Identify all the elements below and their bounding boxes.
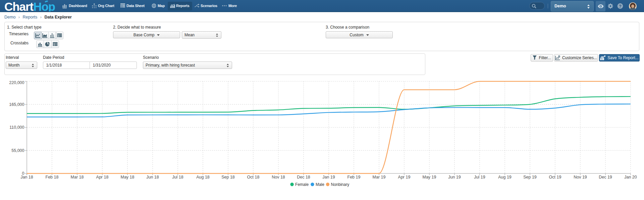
svg-text:?: ? xyxy=(619,3,622,8)
svg-text:Jan 19: Jan 19 xyxy=(322,175,335,179)
svg-text:Jul 18: Jul 18 xyxy=(172,175,183,179)
svg-text:Dec 19: Dec 19 xyxy=(599,175,612,179)
svg-text:Apr 19: Apr 19 xyxy=(398,175,411,179)
svg-text:Jun 18: Jun 18 xyxy=(146,175,159,179)
svg-text:Male: Male xyxy=(316,182,324,187)
svg-text:Sep 18: Sep 18 xyxy=(221,175,235,179)
svg-text:Jul 19: Jul 19 xyxy=(474,175,485,179)
svg-text:Jun 19: Jun 19 xyxy=(448,175,461,179)
svg-text:Feb 19: Feb 19 xyxy=(347,175,361,179)
svg-text:Nonbinary: Nonbinary xyxy=(331,182,350,187)
svg-text:Mar 18: Mar 18 xyxy=(71,175,84,179)
svg-text:Apr 18: Apr 18 xyxy=(96,175,109,179)
svg-text:Dec 18: Dec 18 xyxy=(297,175,310,179)
svg-text:May 19: May 19 xyxy=(423,175,436,179)
svg-text:Feb 18: Feb 18 xyxy=(46,175,59,179)
svg-text:Aug 18: Aug 18 xyxy=(196,175,210,179)
svg-text:May 18: May 18 xyxy=(121,175,135,179)
svg-text:55,000: 55,000 xyxy=(11,148,24,153)
svg-text:Female: Female xyxy=(295,182,309,187)
svg-text:110,000: 110,000 xyxy=(9,125,24,130)
svg-text:Nov 18: Nov 18 xyxy=(272,175,285,179)
svg-text:165,000: 165,000 xyxy=(9,102,24,107)
svg-text:220,000: 220,000 xyxy=(9,80,24,85)
svg-text:Jan 20: Jan 20 xyxy=(624,175,637,179)
svg-text:Jan 18: Jan 18 xyxy=(20,175,33,179)
svg-text:Nov 19: Nov 19 xyxy=(574,175,587,179)
svg-text:Mar 19: Mar 19 xyxy=(373,175,386,179)
svg-text:Sep 19: Sep 19 xyxy=(523,175,537,179)
svg-text:Oct 18: Oct 18 xyxy=(247,175,260,179)
svg-text:Oct 19: Oct 19 xyxy=(549,175,561,179)
svg-text:Aug 19: Aug 19 xyxy=(498,175,512,179)
